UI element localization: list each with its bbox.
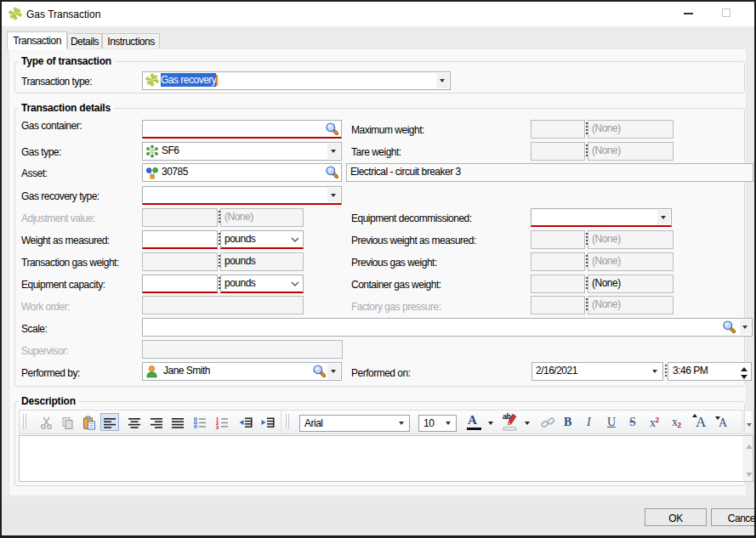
svg-text:3: 3 (216, 425, 219, 430)
